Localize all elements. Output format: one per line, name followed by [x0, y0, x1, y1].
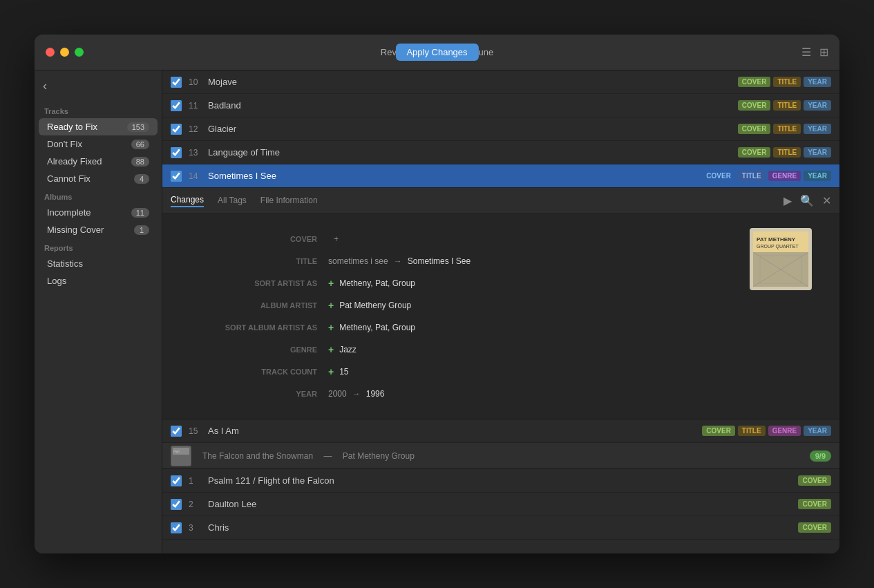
sidebar-item-missing-cover[interactable]: Missing Cover 1: [39, 221, 158, 238]
field-label-year: YEAR: [190, 390, 328, 398]
sidebar-section-reports: Reports: [35, 238, 162, 255]
track-tags: COVER TITLE YEAR: [738, 77, 831, 87]
tab-changes[interactable]: Changes: [171, 195, 204, 207]
sidebar-badge-missing-cover: 1: [134, 225, 149, 235]
track-checkbox-sub2[interactable]: [171, 499, 182, 510]
table-row[interactable]: 15 As I Am COVER TITLE GENRE YEAR: [162, 419, 839, 443]
album-name: The Falcon and the Snowman: [202, 451, 313, 461]
track-tags: COVER TITLE GENRE YEAR: [702, 171, 831, 181]
detail-tabs: Changes All Tags File Information ▶ 🔍 ✕: [162, 188, 839, 214]
album-info: The Falcon and the Snowman — Pat Metheny…: [198, 451, 803, 461]
titlebar: Review Changes – Finetune Apply Changes …: [35, 35, 839, 70]
grid-view-button[interactable]: ⊞: [819, 46, 828, 59]
plus-icon: +: [328, 300, 334, 311]
tag-cover: COVER: [798, 522, 831, 533]
table-row-selected[interactable]: 14 Sometimes I See COVER TITLE GENRE YEA…: [162, 164, 839, 188]
sidebar-label-cannot-fix: Cannot Fix: [47, 173, 91, 184]
table-row[interactable]: 2 Daulton Lee COVER: [162, 493, 839, 516]
back-button[interactable]: ‹: [35, 76, 162, 102]
sidebar-item-incomplete[interactable]: Incomplete 11: [39, 204, 158, 221]
track-number: 12: [189, 124, 208, 134]
sidebar-item-cannot-fix[interactable]: Cannot Fix 4: [39, 170, 158, 187]
track-name: Sometimes I See: [208, 171, 702, 181]
tag-title: TITLE: [738, 426, 766, 436]
field-cover: COVER +: [190, 228, 736, 250]
sidebar-badge-dont-fix: 66: [131, 140, 149, 149]
track-name: Chris: [208, 522, 798, 533]
table-row[interactable]: 11 Badland COVER TITLE YEAR: [162, 94, 839, 117]
cover-add-icon[interactable]: +: [334, 234, 339, 244]
list-view-button[interactable]: ☰: [801, 46, 811, 59]
tab-file-information[interactable]: File Information: [260, 196, 318, 207]
track-checkbox-12[interactable]: [171, 124, 182, 135]
minimize-button[interactable]: [60, 48, 69, 57]
field-old-year: 2000: [328, 389, 347, 399]
field-new-sort-album-artist: Metheny, Pat, Group: [339, 323, 415, 332]
tag-cover: COVER: [798, 499, 831, 509]
detail-tab-actions: ▶ 🔍 ✕: [783, 194, 831, 207]
table-row[interactable]: 10 Mojave COVER TITLE YEAR: [162, 70, 839, 94]
field-sort-album-artist: SORT ALBUM ARTIST AS + Metheny, Pat, Gro…: [190, 316, 736, 339]
table-row[interactable]: 13 Language of Time COVER TITLE YEAR: [162, 141, 839, 164]
close-button[interactable]: [46, 48, 55, 57]
track-checkbox-11[interactable]: [171, 100, 182, 111]
tag-cover: COVER: [702, 426, 735, 436]
tab-all-tags[interactable]: All Tags: [218, 196, 247, 207]
track-checkbox-15[interactable]: [171, 426, 182, 437]
track-name: Glacier: [208, 124, 738, 134]
tag-year: YEAR: [804, 147, 831, 158]
search-icon[interactable]: 🔍: [800, 194, 814, 207]
tag-genre: GENRE: [768, 171, 801, 181]
field-label-cover: COVER: [190, 235, 328, 243]
album-separator: —: [323, 451, 332, 461]
main-content: 10 Mojave COVER TITLE YEAR 11 Badland CO…: [162, 70, 839, 553]
titlebar-actions: ☰ ⊞: [801, 46, 828, 59]
track-checkbox-14[interactable]: [171, 171, 182, 182]
app-window: Review Changes – Finetune Apply Changes …: [35, 35, 839, 553]
sidebar-item-statistics[interactable]: Statistics: [39, 255, 158, 272]
field-label-sort-artist: SORT ARTIST AS: [190, 279, 328, 287]
sidebar-label-logs: Logs: [47, 276, 66, 286]
track-checkbox-10[interactable]: [171, 77, 182, 88]
track-tags: COVER: [798, 475, 831, 486]
track-name: As I Am: [208, 426, 702, 436]
field-new-track-count: 15: [339, 367, 348, 377]
tag-title: TITLE: [773, 124, 801, 134]
sidebar-item-already-fixed[interactable]: Already Fixed 88: [39, 153, 158, 170]
field-label-title: TITLE: [190, 257, 328, 265]
close-detail-icon[interactable]: ✕: [822, 194, 831, 207]
tag-cover: COVER: [738, 124, 771, 134]
tag-title: TITLE: [773, 100, 801, 111]
track-checkbox-13[interactable]: [171, 147, 182, 158]
field-label-track-count: TRACK COUNT: [190, 368, 328, 376]
apply-changes-button[interactable]: Apply Changes: [395, 44, 478, 61]
table-row[interactable]: 12 Glacier COVER TITLE YEAR: [162, 117, 839, 141]
tag-year: YEAR: [804, 77, 831, 87]
track-name: Mojave: [208, 77, 738, 87]
field-old-title: sometimes i see: [328, 256, 388, 266]
track-number: 2: [189, 500, 208, 509]
table-row[interactable]: 3 Chris COVER: [162, 516, 839, 540]
sidebar-item-dont-fix[interactable]: Don't Fix 66: [39, 135, 158, 153]
field-new-year: 1996: [366, 389, 385, 399]
maximize-button[interactable]: [75, 48, 84, 57]
tag-title: TITLE: [738, 171, 766, 181]
sidebar-label-already-fixed: Already Fixed: [47, 156, 102, 167]
track-number: 1: [189, 476, 208, 486]
field-track-count: TRACK COUNT + 15: [190, 361, 736, 383]
track-tags: COVER TITLE YEAR: [738, 147, 831, 158]
track-checkbox-sub1[interactable]: [171, 475, 182, 486]
field-new-genre: Jazz: [339, 345, 357, 354]
field-title: TITLE sometimes i see → Sometimes I See: [190, 250, 736, 272]
tag-year: YEAR: [804, 124, 831, 134]
track-tags: COVER TITLE YEAR: [738, 100, 831, 111]
play-icon[interactable]: ▶: [783, 194, 792, 207]
track-tags: COVER: [798, 499, 831, 509]
track-checkbox-sub3[interactable]: [171, 522, 182, 533]
album-cover-art: PAT METHENY GROUP QUARTET: [750, 228, 812, 290]
tag-year: YEAR: [804, 100, 831, 111]
track-tags: COVER TITLE GENRE YEAR: [702, 426, 831, 436]
sidebar-item-logs[interactable]: Logs: [39, 272, 158, 290]
table-row[interactable]: 1 Psalm 121 / Flight of the Falcon COVER: [162, 469, 839, 493]
sidebar-item-ready-to-fix[interactable]: Ready to Fix 153: [39, 118, 158, 135]
